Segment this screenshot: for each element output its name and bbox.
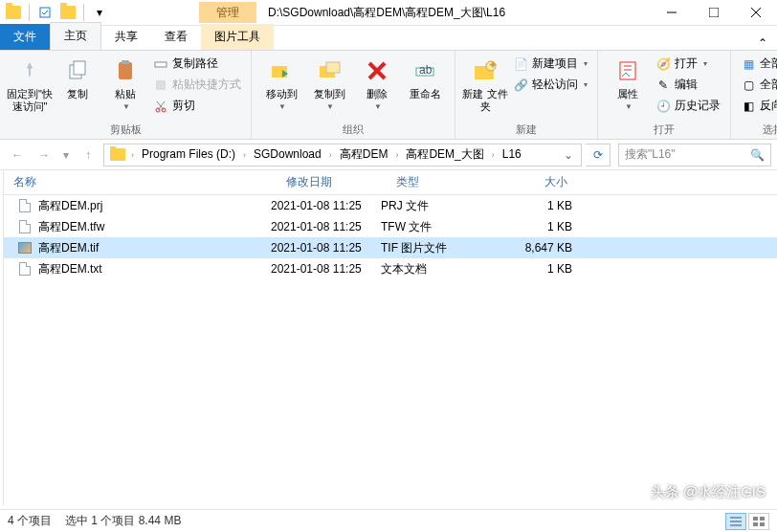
search-placeholder: 搜索"L16"	[625, 146, 676, 163]
navbar: ← → ▾ ↑ › Program Files (D:)›SGDownload›…	[0, 140, 777, 170]
file-size: 1 KB	[496, 220, 572, 233]
breadcrumb-item[interactable]: L16	[497, 147, 527, 161]
file-name: 高程DEM.tif	[38, 240, 99, 256]
history-button[interactable]: 🕘历史记录	[652, 97, 724, 115]
newitem-button[interactable]: 📄新建项目▾	[509, 55, 591, 73]
breadcrumb-item[interactable]: 高程DEM	[334, 147, 394, 161]
ribbon-expand-icon[interactable]: ⌃	[748, 36, 777, 50]
item-count: 4 个项目	[8, 513, 52, 529]
qat-dropdown-icon[interactable]: ▾	[90, 3, 109, 22]
file-type: 文本文档	[381, 261, 496, 277]
svg-line-14	[157, 101, 164, 110]
chevron-right-icon[interactable]: ›	[241, 150, 248, 160]
search-icon: 🔍	[750, 148, 765, 162]
address-bar[interactable]: › Program Files (D:)›SGDownload›高程DEM›高程…	[103, 144, 582, 166]
checkbox-icon[interactable]	[35, 3, 55, 22]
quick-access-toolbar: ▾	[0, 3, 113, 22]
table-row[interactable]: 高程DEM.tfw2021-01-08 11:25TFW 文件1 KB	[4, 216, 777, 237]
newfolder-button[interactable]: ✦新建 文件夹	[461, 53, 509, 122]
file-name: 高程DEM.prj	[38, 198, 102, 214]
group-organize: 移动到▼ 复制到▼ 删除▼ ab重命名 组织	[252, 51, 455, 139]
address-dropdown-icon[interactable]: ⌄	[558, 148, 579, 162]
document-icon	[17, 261, 33, 277]
file-name: 高程DEM.tfw	[38, 219, 104, 235]
back-button[interactable]: ←	[6, 144, 29, 166]
group-label: 剪贴板	[6, 122, 245, 139]
table-row[interactable]: 高程DEM.tif2021-01-08 11:25TIF 图片文件8,647 K…	[4, 237, 777, 258]
group-new: ✦新建 文件夹 📄新建项目▾ 🔗轻松访问▾ 新建	[455, 51, 598, 139]
tab-view[interactable]: 查看	[151, 24, 201, 50]
minimize-button[interactable]	[651, 0, 693, 25]
col-date[interactable]: 修改日期	[277, 174, 387, 190]
file-size: 1 KB	[496, 199, 572, 212]
properties-button[interactable]: 属性▼	[604, 53, 652, 122]
up-button[interactable]: ↑	[77, 144, 100, 166]
svg-rect-10	[156, 80, 166, 90]
svg-rect-32	[760, 522, 765, 526]
breadcrumb-item[interactable]: SGDownload	[248, 147, 327, 161]
tab-home[interactable]: 主页	[50, 22, 101, 50]
moveto-button[interactable]: 移动到▼	[257, 53, 305, 122]
easyaccess-button[interactable]: 🔗轻松访问▾	[509, 76, 591, 94]
content: 名称 修改日期 类型 大小 高程DEM.prj2021-01-08 11:25P…	[0, 170, 777, 505]
file-date: 2021-01-08 11:25	[271, 262, 381, 276]
group-label: 新建	[461, 122, 591, 139]
paste-shortcut-button[interactable]: 粘贴快捷方式	[149, 76, 245, 94]
chevron-right-icon[interactable]: ›	[327, 150, 334, 160]
pin-button[interactable]: 固定到"快速访问"	[6, 53, 54, 122]
svg-rect-7	[119, 62, 132, 79]
svg-rect-9	[155, 62, 166, 67]
table-row[interactable]: 高程DEM.txt2021-01-08 11:25文本文档1 KB	[4, 258, 777, 279]
folder-icon[interactable]	[58, 3, 78, 22]
window-title: D:\SGDownload\高程DEM\高程DEM_大图\L16	[256, 5, 651, 21]
file-date: 2021-01-08 11:25	[271, 199, 381, 212]
breadcrumb-item[interactable]: Program Files (D:)	[136, 147, 241, 161]
open-button[interactable]: 🧭打开▾	[652, 55, 724, 73]
copy-button[interactable]: 复制	[54, 53, 101, 122]
watermark: 头条 @水经注GIS	[651, 483, 766, 501]
close-button[interactable]	[735, 0, 777, 25]
svg-line-13	[158, 101, 165, 110]
svg-rect-0	[40, 8, 50, 17]
recent-dropdown[interactable]: ▾	[59, 144, 73, 166]
details-view-button[interactable]	[725, 513, 746, 530]
thumbnails-view-button[interactable]	[748, 513, 769, 530]
paste-button[interactable]: 粘贴▼	[101, 53, 149, 122]
tab-share[interactable]: 共享	[101, 24, 151, 50]
table-row[interactable]: 高程DEM.prj2021-01-08 11:25PRJ 文件1 KB	[4, 195, 777, 216]
image-icon	[17, 240, 33, 255]
copyto-button[interactable]: 复制到▼	[305, 53, 353, 122]
selectnone-button[interactable]: ▢全部取消	[737, 76, 777, 94]
ribbon: 固定到"快速访问" 复制 粘贴▼ 复制路径 粘贴快捷方式 剪切 剪贴板 移动到▼…	[0, 51, 777, 140]
refresh-button[interactable]: ⟳	[586, 144, 610, 166]
file-type: TFW 文件	[381, 219, 496, 235]
file-type: PRJ 文件	[381, 198, 496, 214]
col-size[interactable]: 大小	[501, 174, 578, 190]
cut-button[interactable]: 剪切	[149, 97, 245, 115]
search-input[interactable]: 搜索"L16" 🔍	[618, 144, 771, 166]
svg-rect-29	[753, 517, 758, 521]
invertselect-button[interactable]: ◧反向选择	[737, 97, 777, 115]
maximize-button[interactable]	[693, 0, 735, 25]
rename-button[interactable]: ab重命名	[401, 53, 449, 122]
svg-rect-2	[709, 8, 719, 17]
breadcrumb-item[interactable]: 高程DEM_大图	[400, 147, 489, 161]
svg-rect-8	[122, 60, 129, 64]
file-size: 1 KB	[496, 262, 572, 276]
copy-path-button[interactable]: 复制路径	[149, 55, 245, 73]
col-name[interactable]: 名称	[4, 174, 277, 190]
selectall-button[interactable]: ▦全部选择	[737, 55, 777, 73]
edit-button[interactable]: ✎编辑	[652, 76, 724, 94]
col-type[interactable]: 类型	[387, 174, 501, 190]
tab-picture-tools[interactable]: 图片工具	[201, 24, 274, 50]
delete-button[interactable]: 删除▼	[353, 53, 401, 122]
forward-button[interactable]: →	[33, 144, 56, 166]
document-icon	[17, 198, 33, 213]
svg-text:✦: ✦	[488, 58, 498, 72]
column-headers: 名称 修改日期 类型 大小	[4, 170, 777, 195]
svg-rect-30	[760, 517, 765, 521]
file-date: 2021-01-08 11:25	[271, 220, 381, 233]
chevron-right-icon[interactable]: ›	[490, 150, 497, 160]
tab-file[interactable]: 文件	[0, 24, 50, 50]
group-select: ▦全部选择 ▢全部取消 ◧反向选择 选择	[731, 51, 777, 139]
